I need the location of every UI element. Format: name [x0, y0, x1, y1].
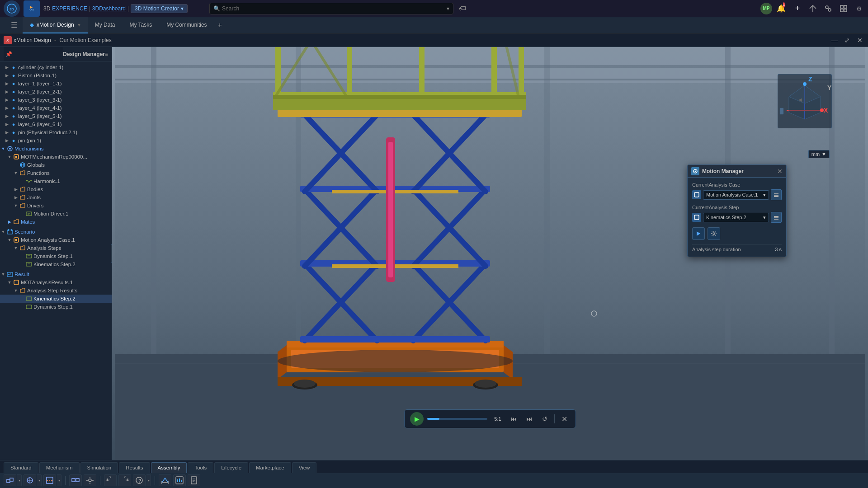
undo-button[interactable] — [104, 474, 117, 486]
tab-tools[interactable]: Tools — [188, 462, 213, 473]
tree-arrow[interactable]: ▼ — [13, 202, 19, 209]
tree-arrow[interactable]: ▶ — [4, 64, 10, 70]
tree-item-layer3[interactable]: ▶ ● layer_3 (layer_3-1) — [0, 96, 112, 104]
tree-arrow[interactable]: ▼ — [6, 237, 13, 243]
add-tab-button[interactable]: + — [214, 21, 226, 29]
report-button[interactable] — [188, 474, 200, 486]
assemble-tool-button[interactable] — [4, 474, 16, 486]
tree-item-mates[interactable]: ▶ Mates — [0, 218, 112, 226]
mm-settings-button[interactable] — [708, 227, 720, 240]
search-dropdown-icon[interactable]: ▾ — [447, 5, 449, 12]
playback-close-button[interactable]: ✕ — [558, 413, 570, 425]
sidebar-menu-button[interactable]: ≡ — [105, 51, 108, 57]
tree-item-mot-mech[interactable]: ▼ MOTMechanismRep00000... — [0, 153, 112, 161]
tree-arrow[interactable]: ▼ — [13, 170, 19, 176]
tree-item-pin-phys[interactable]: ▶ ● pin (Physical Product.2.1) — [0, 128, 112, 136]
tree-item-piston[interactable]: ▶ ● Piston (Piston-1) — [0, 71, 112, 80]
unit-selector[interactable]: mm ▼ — [808, 150, 830, 158]
tree-arrow[interactable]: ▶ — [4, 113, 10, 119]
tree-item-joints[interactable]: ▶ Joints — [0, 193, 112, 202]
tab-view[interactable]: View — [292, 462, 317, 473]
tree-item-mot-analysis-results[interactable]: ▼ MOTAnalysisResults.1 — [0, 278, 112, 286]
avatar[interactable]: MP — [760, 3, 772, 14]
tree-arrow[interactable]: ▼ — [13, 287, 19, 294]
tree-item-layer1[interactable]: ▶ ● layer_1 (layer_1-1) — [0, 80, 112, 88]
tree-item-motion-driver[interactable]: ▶ Motion Driver.1 — [0, 210, 112, 218]
ds-logo[interactable]: 3D — [4, 0, 20, 17]
tree-arrow[interactable]: ▼ — [0, 229, 6, 235]
measure-button[interactable] — [159, 474, 171, 486]
help-dropdown[interactable]: ▾ — [146, 474, 151, 486]
snap-tool-dropdown[interactable]: ▾ — [37, 474, 42, 486]
tree-arrow[interactable]: ▼ — [6, 154, 13, 160]
tree-arrow[interactable]: ▶ — [6, 219, 13, 225]
tag-icon[interactable]: 🏷 — [459, 5, 466, 13]
minimize-button[interactable]: — — [830, 36, 839, 45]
tree-item-result[interactable]: ▼ Result — [0, 270, 112, 278]
analysis-step-settings-button[interactable] — [771, 212, 782, 223]
tree-arrow[interactable]: ▶ — [4, 80, 10, 87]
nav-hamburger[interactable]: ☰ — [5, 21, 23, 29]
tree-arrow[interactable]: ▶ — [4, 121, 10, 127]
sidebar-pin-icon[interactable]: 📌 — [4, 49, 14, 59]
tree-arrow[interactable]: ▶ — [4, 89, 10, 95]
tree-item-pin[interactable]: ▶ ● pin (pin.1) — [0, 136, 112, 145]
tree-arrow[interactable]: ▼ — [13, 245, 19, 251]
analysis-case-dropdown[interactable]: Motion Analysis Case.1 ▾ — [703, 190, 769, 200]
tree-item-kinematics-step2[interactable]: ▶ Kinematics Step.2 — [0, 260, 112, 268]
tree-item-drivers[interactable]: ▼ Drivers — [0, 202, 112, 210]
playback-loop-button[interactable]: ↺ — [539, 413, 551, 425]
tree-item-harmonic[interactable]: ▶ Harmonic.1 — [0, 177, 112, 185]
collaborate-icon[interactable] — [823, 3, 834, 14]
tree-item-dynamics-step1[interactable]: ▶ Dynamics Step.1 — [0, 252, 112, 260]
tree-arrow[interactable]: ▼ — [6, 279, 13, 286]
arrangement-button[interactable] — [69, 474, 82, 486]
tree-item-functions[interactable]: ▼ Functions — [0, 169, 112, 177]
tab-assembly[interactable]: Assembly — [151, 462, 187, 473]
assemble-tool-dropdown[interactable]: ▾ — [17, 474, 22, 486]
tree-item-analysis-step-results[interactable]: ▼ Analysis Step Results — [0, 286, 112, 295]
nav-tab-my-communities[interactable]: My Communities — [159, 17, 214, 33]
analyze-button[interactable] — [173, 474, 186, 486]
tree-arrow[interactable]: ▶ — [4, 72, 10, 79]
tree-item-analysis-steps[interactable]: ▼ Analysis Steps — [0, 244, 112, 252]
tree-arrow[interactable]: ▶ — [13, 186, 19, 192]
tree-item-layer5[interactable]: ▶ ● layer_5 (layer_5-1) — [0, 112, 112, 120]
close-button[interactable]: ✕ — [855, 36, 864, 45]
tab-results[interactable]: Results — [119, 462, 150, 473]
section-tool-button[interactable] — [43, 474, 56, 486]
tree-item-layer2[interactable]: ▶ ● layer_2 (layer_2-1) — [0, 88, 112, 96]
settings-tool-button[interactable] — [84, 474, 96, 486]
search-bar[interactable]: 🔍 ▾ — [209, 3, 453, 14]
motion-manager-close-button[interactable]: ✕ — [777, 168, 783, 175]
tree-item-analysis-case[interactable]: ▼ Motion Analysis Case.1 — [0, 236, 112, 244]
redo-button[interactable] — [118, 474, 131, 486]
tree-item-layer4[interactable]: ▶ ● layer_4 (layer_4-1) — [0, 104, 112, 112]
playback-play-button[interactable]: ▶ — [410, 412, 424, 426]
tree-item-bodies[interactable]: ▶ Bodies — [0, 185, 112, 193]
notifications-icon[interactable]: 🔔 1 — [777, 3, 788, 14]
maximize-button[interactable]: ⤢ — [843, 36, 852, 45]
tree-arrow[interactable]: ▼ — [0, 271, 6, 277]
settings-icon[interactable]: ⚙ — [854, 3, 864, 14]
tree-item-layer6[interactable]: ▶ ● layer_6 (layer_6-1) — [0, 120, 112, 128]
tree-item-globals[interactable]: ▶ Globals — [0, 161, 112, 169]
tree-item-scenario[interactable]: ▼ Scenario — [0, 228, 112, 236]
nav-tab-my-tasks[interactable]: My Tasks — [122, 17, 159, 33]
mm-play-button[interactable] — [692, 227, 705, 240]
tab-standard[interactable]: Standard — [4, 462, 38, 473]
tree-arrow[interactable]: ▶ — [4, 105, 10, 111]
playback-step-button[interactable]: ⏭ — [524, 413, 535, 425]
tree-item-dynamics-step1-result[interactable]: ▶ Dynamics Step.1 — [0, 303, 112, 311]
tree-arrow[interactable]: ▶ — [4, 97, 10, 103]
share-icon[interactable] — [807, 3, 818, 14]
section-tool-dropdown[interactable]: ▾ — [57, 474, 61, 486]
playback-slider[interactable] — [427, 418, 487, 420]
tree-arrow[interactable]: ▶ — [13, 194, 19, 201]
tree-arrow[interactable]: ▶ — [4, 137, 10, 144]
tree-item-cylinder[interactable]: ▶ ● cylinder (cylinder-1) — [0, 63, 112, 71]
add-content-icon[interactable]: + — [792, 3, 803, 14]
help-button[interactable]: ? — [133, 474, 146, 486]
compass-widget[interactable]: Z X Y ◀ — [778, 74, 832, 128]
task-board-icon[interactable] — [838, 3, 849, 14]
